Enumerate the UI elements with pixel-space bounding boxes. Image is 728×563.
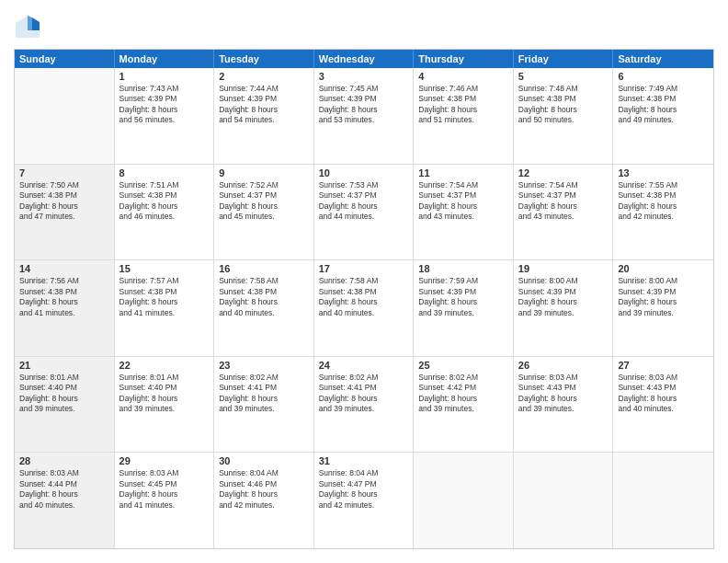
cal-row-4: 28Sunrise: 8:03 AM Sunset: 4:44 PM Dayli… <box>15 453 713 548</box>
day-number: 20 <box>618 263 709 274</box>
cell-info: Sunrise: 7:58 AM Sunset: 4:38 PM Dayligh… <box>319 276 409 318</box>
cal-cell-0-3: 3Sunrise: 7:45 AM Sunset: 4:39 PM Daylig… <box>314 68 415 164</box>
day-number: 16 <box>219 263 309 274</box>
header-day-saturday: Saturday <box>613 50 713 68</box>
cell-info: Sunrise: 7:58 AM Sunset: 4:38 PM Dayligh… <box>219 276 309 318</box>
cell-info: Sunrise: 7:54 AM Sunset: 4:37 PM Dayligh… <box>518 180 609 223</box>
day-number: 26 <box>518 360 609 371</box>
header <box>14 14 714 40</box>
cal-cell-0-4: 4Sunrise: 7:46 AM Sunset: 4:38 PM Daylig… <box>414 68 514 164</box>
cell-info: Sunrise: 7:51 AM Sunset: 4:38 PM Dayligh… <box>119 180 210 223</box>
cal-row-1: 7Sunrise: 7:50 AM Sunset: 4:38 PM Daylig… <box>15 165 713 261</box>
calendar-body: 1Sunrise: 7:43 AM Sunset: 4:39 PM Daylig… <box>15 68 713 548</box>
day-number: 17 <box>319 263 409 274</box>
cal-cell-4-5 <box>514 453 614 548</box>
calendar: SundayMondayTuesdayWednesdayThursdayFrid… <box>14 49 714 549</box>
svg-marker-1 <box>32 17 40 30</box>
cell-info: Sunrise: 7:54 AM Sunset: 4:37 PM Dayligh… <box>418 180 508 223</box>
cal-cell-2-4: 18Sunrise: 7:59 AM Sunset: 4:39 PM Dayli… <box>414 260 514 356</box>
cell-info: Sunrise: 8:03 AM Sunset: 4:44 PM Dayligh… <box>19 468 109 511</box>
day-number: 11 <box>418 167 508 178</box>
day-number: 25 <box>418 360 508 371</box>
cal-cell-0-5: 5Sunrise: 7:48 AM Sunset: 4:38 PM Daylig… <box>514 68 614 164</box>
day-number: 19 <box>518 263 609 274</box>
cal-cell-0-0 <box>15 68 115 164</box>
cal-cell-1-1: 8Sunrise: 7:51 AM Sunset: 4:38 PM Daylig… <box>115 165 215 260</box>
generalblue-icon <box>14 14 41 40</box>
day-number: 2 <box>219 71 309 82</box>
cell-info: Sunrise: 7:45 AM Sunset: 4:39 PM Dayligh… <box>319 84 409 126</box>
cell-info: Sunrise: 8:03 AM Sunset: 4:43 PM Dayligh… <box>518 373 609 415</box>
cell-info: Sunrise: 7:43 AM Sunset: 4:39 PM Dayligh… <box>119 84 210 126</box>
cell-info: Sunrise: 7:59 AM Sunset: 4:39 PM Dayligh… <box>418 276 508 318</box>
day-number: 22 <box>119 360 210 371</box>
day-number: 7 <box>19 167 109 178</box>
cell-info: Sunrise: 8:00 AM Sunset: 4:39 PM Dayligh… <box>618 276 709 318</box>
cal-cell-2-5: 19Sunrise: 8:00 AM Sunset: 4:39 PM Dayli… <box>514 260 614 356</box>
cell-info: Sunrise: 7:52 AM Sunset: 4:37 PM Dayligh… <box>219 180 309 223</box>
cal-cell-4-6 <box>613 453 713 548</box>
cal-cell-2-2: 16Sunrise: 7:58 AM Sunset: 4:38 PM Dayli… <box>214 260 314 356</box>
day-number: 21 <box>19 360 109 371</box>
cell-info: Sunrise: 8:03 AM Sunset: 4:45 PM Dayligh… <box>119 468 210 511</box>
cal-cell-4-1: 29Sunrise: 8:03 AM Sunset: 4:45 PM Dayli… <box>115 453 215 548</box>
cal-cell-3-2: 23Sunrise: 8:02 AM Sunset: 4:41 PM Dayli… <box>214 357 314 453</box>
cell-info: Sunrise: 8:00 AM Sunset: 4:39 PM Dayligh… <box>518 276 609 318</box>
cal-row-0: 1Sunrise: 7:43 AM Sunset: 4:39 PM Daylig… <box>15 68 713 165</box>
cal-cell-1-5: 12Sunrise: 7:54 AM Sunset: 4:37 PM Dayli… <box>514 165 614 260</box>
cell-info: Sunrise: 8:01 AM Sunset: 4:40 PM Dayligh… <box>19 373 109 415</box>
header-day-monday: Monday <box>115 50 215 68</box>
cell-info: Sunrise: 7:55 AM Sunset: 4:38 PM Dayligh… <box>618 180 709 223</box>
cal-cell-1-2: 9Sunrise: 7:52 AM Sunset: 4:37 PM Daylig… <box>214 165 314 260</box>
cell-info: Sunrise: 8:01 AM Sunset: 4:40 PM Dayligh… <box>119 373 210 415</box>
cal-cell-0-2: 2Sunrise: 7:44 AM Sunset: 4:39 PM Daylig… <box>214 68 314 164</box>
cell-info: Sunrise: 7:46 AM Sunset: 4:38 PM Dayligh… <box>418 84 508 126</box>
cell-info: Sunrise: 8:02 AM Sunset: 4:41 PM Dayligh… <box>319 373 409 415</box>
cell-info: Sunrise: 7:49 AM Sunset: 4:38 PM Dayligh… <box>618 84 709 126</box>
cal-cell-4-2: 30Sunrise: 8:04 AM Sunset: 4:46 PM Dayli… <box>214 453 314 548</box>
day-number: 5 <box>518 71 609 82</box>
cal-cell-2-1: 15Sunrise: 7:57 AM Sunset: 4:38 PM Dayli… <box>115 260 215 356</box>
day-number: 10 <box>319 167 409 178</box>
day-number: 4 <box>418 71 508 82</box>
day-number: 1 <box>119 71 210 82</box>
cal-cell-3-4: 25Sunrise: 8:02 AM Sunset: 4:42 PM Dayli… <box>414 357 514 453</box>
cal-cell-3-0: 21Sunrise: 8:01 AM Sunset: 4:40 PM Dayli… <box>15 357 115 453</box>
day-number: 30 <box>219 455 309 466</box>
day-number: 15 <box>119 263 210 274</box>
day-number: 31 <box>319 455 409 466</box>
cell-info: Sunrise: 7:48 AM Sunset: 4:38 PM Dayligh… <box>518 84 609 126</box>
day-number: 8 <box>119 167 210 178</box>
day-number: 14 <box>19 263 109 274</box>
cal-cell-4-3: 31Sunrise: 8:04 AM Sunset: 4:47 PM Dayli… <box>314 453 415 548</box>
cell-info: Sunrise: 8:02 AM Sunset: 4:41 PM Dayligh… <box>219 373 309 415</box>
cal-cell-1-0: 7Sunrise: 7:50 AM Sunset: 4:38 PM Daylig… <box>15 165 115 260</box>
cal-cell-2-0: 14Sunrise: 7:56 AM Sunset: 4:38 PM Dayli… <box>15 260 115 356</box>
logo <box>14 14 45 40</box>
day-number: 12 <box>518 167 609 178</box>
day-number: 9 <box>219 167 309 178</box>
page: SundayMondayTuesdayWednesdayThursdayFrid… <box>0 0 728 563</box>
cal-row-2: 14Sunrise: 7:56 AM Sunset: 4:38 PM Dayli… <box>15 260 713 357</box>
day-number: 28 <box>19 455 109 466</box>
svg-marker-2 <box>28 16 32 30</box>
cal-cell-2-3: 17Sunrise: 7:58 AM Sunset: 4:38 PM Dayli… <box>314 260 415 356</box>
cal-cell-3-6: 27Sunrise: 8:03 AM Sunset: 4:43 PM Dayli… <box>613 357 713 453</box>
cell-info: Sunrise: 7:53 AM Sunset: 4:37 PM Dayligh… <box>319 180 409 223</box>
cell-info: Sunrise: 8:03 AM Sunset: 4:43 PM Dayligh… <box>618 373 709 415</box>
cell-info: Sunrise: 8:04 AM Sunset: 4:46 PM Dayligh… <box>219 468 309 511</box>
cell-info: Sunrise: 8:02 AM Sunset: 4:42 PM Dayligh… <box>418 373 508 415</box>
header-day-tuesday: Tuesday <box>214 50 314 68</box>
day-number: 6 <box>618 71 709 82</box>
cal-cell-3-1: 22Sunrise: 8:01 AM Sunset: 4:40 PM Dayli… <box>115 357 215 453</box>
day-number: 27 <box>618 360 709 371</box>
cal-cell-3-3: 24Sunrise: 8:02 AM Sunset: 4:41 PM Dayli… <box>314 357 415 453</box>
cell-info: Sunrise: 7:50 AM Sunset: 4:38 PM Dayligh… <box>19 180 109 223</box>
cell-info: Sunrise: 7:44 AM Sunset: 4:39 PM Dayligh… <box>219 84 309 126</box>
cell-info: Sunrise: 7:56 AM Sunset: 4:38 PM Dayligh… <box>19 276 109 318</box>
day-number: 24 <box>319 360 409 371</box>
header-day-sunday: Sunday <box>15 50 115 68</box>
cal-cell-4-4 <box>414 453 514 548</box>
cal-cell-3-5: 26Sunrise: 8:03 AM Sunset: 4:43 PM Dayli… <box>514 357 614 453</box>
day-number: 29 <box>119 455 210 466</box>
